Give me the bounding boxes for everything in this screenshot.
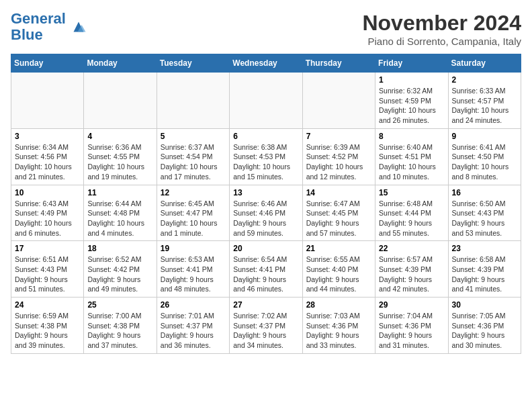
day-info: Sunrise: 6:41 AM Sunset: 4:50 PM Dayligh… (452, 142, 517, 182)
weekday-header-friday: Friday (375, 54, 448, 73)
calendar-cell: 16Sunrise: 6:50 AM Sunset: 4:43 PM Dayli… (448, 185, 521, 241)
day-number: 15 (379, 188, 444, 197)
day-info: Sunrise: 6:47 AM Sunset: 4:45 PM Dayligh… (306, 199, 371, 238)
calendar-cell: 24Sunrise: 6:59 AM Sunset: 4:38 PM Dayli… (11, 298, 84, 354)
day-number: 3 (15, 132, 80, 141)
calendar-cell: 20Sunrise: 6:54 AM Sunset: 4:41 PM Dayli… (230, 241, 302, 298)
day-info: Sunrise: 6:36 AM Sunset: 4:55 PM Dayligh… (87, 142, 152, 182)
weekday-header-row: SundayMondayTuesdayWednesdayThursdayFrid… (11, 54, 521, 73)
calendar-table: SundayMondayTuesdayWednesdayThursdayFrid… (11, 54, 521, 354)
day-number: 20 (233, 244, 298, 253)
day-number: 23 (452, 244, 517, 253)
calendar-cell: 7Sunrise: 6:39 AM Sunset: 4:52 PM Daylig… (302, 128, 375, 185)
calendar-cell: 2Sunrise: 6:33 AM Sunset: 4:57 PM Daylig… (448, 73, 521, 129)
day-info: Sunrise: 6:40 AM Sunset: 4:51 PM Dayligh… (379, 142, 444, 182)
location-title: Piano di Sorrento, Campania, Italy (362, 36, 521, 47)
weekday-header-saturday: Saturday (448, 54, 521, 73)
day-number: 30 (452, 300, 517, 310)
day-number: 10 (15, 188, 80, 197)
day-number: 8 (379, 132, 444, 141)
calendar-cell: 17Sunrise: 6:51 AM Sunset: 4:43 PM Dayli… (11, 241, 84, 298)
day-info: Sunrise: 7:05 AM Sunset: 4:36 PM Dayligh… (452, 311, 517, 351)
day-number: 26 (161, 300, 226, 310)
day-number: 28 (306, 300, 371, 310)
day-info: Sunrise: 6:34 AM Sunset: 4:56 PM Dayligh… (15, 142, 80, 182)
day-info: Sunrise: 6:53 AM Sunset: 4:41 PM Dayligh… (161, 255, 226, 294)
day-info: Sunrise: 6:54 AM Sunset: 4:41 PM Dayligh… (233, 255, 298, 294)
day-number: 19 (161, 244, 226, 253)
day-info: Sunrise: 6:33 AM Sunset: 4:57 PM Dayligh… (452, 86, 517, 126)
day-info: Sunrise: 6:46 AM Sunset: 4:46 PM Dayligh… (233, 199, 298, 238)
day-info: Sunrise: 6:39 AM Sunset: 4:52 PM Dayligh… (306, 142, 371, 182)
day-info: Sunrise: 7:04 AM Sunset: 4:36 PM Dayligh… (379, 311, 444, 351)
day-number: 24 (15, 300, 80, 310)
day-number: 9 (452, 132, 517, 141)
day-number: 5 (161, 132, 226, 141)
day-info: Sunrise: 7:03 AM Sunset: 4:36 PM Dayligh… (306, 311, 371, 351)
day-info: Sunrise: 6:45 AM Sunset: 4:47 PM Dayligh… (161, 199, 226, 238)
calendar-cell: 27Sunrise: 7:02 AM Sunset: 4:37 PM Dayli… (230, 298, 302, 354)
day-info: Sunrise: 6:37 AM Sunset: 4:54 PM Dayligh… (161, 142, 226, 182)
calendar-cell: 30Sunrise: 7:05 AM Sunset: 4:36 PM Dayli… (448, 298, 521, 354)
day-number: 25 (87, 300, 152, 310)
calendar-cell: 19Sunrise: 6:53 AM Sunset: 4:41 PM Dayli… (157, 241, 229, 298)
day-number: 11 (87, 188, 152, 197)
calendar-cell: 12Sunrise: 6:45 AM Sunset: 4:47 PM Dayli… (157, 185, 229, 241)
day-info: Sunrise: 6:43 AM Sunset: 4:49 PM Dayligh… (15, 199, 80, 238)
calendar-cell: 23Sunrise: 6:58 AM Sunset: 4:39 PM Dayli… (448, 241, 521, 298)
calendar-week-0: 1Sunrise: 6:32 AM Sunset: 4:59 PM Daylig… (11, 73, 521, 129)
calendar-cell (157, 73, 229, 129)
calendar-cell: 26Sunrise: 7:01 AM Sunset: 4:37 PM Dayli… (157, 298, 229, 354)
calendar-cell: 18Sunrise: 6:52 AM Sunset: 4:42 PM Dayli… (84, 241, 157, 298)
calendar-cell: 3Sunrise: 6:34 AM Sunset: 4:56 PM Daylig… (11, 128, 84, 185)
day-number: 2 (452, 75, 517, 85)
calendar-cell: 14Sunrise: 6:47 AM Sunset: 4:45 PM Dayli… (302, 185, 375, 241)
day-number: 12 (161, 188, 226, 197)
calendar-week-2: 10Sunrise: 6:43 AM Sunset: 4:49 PM Dayli… (11, 185, 521, 241)
day-info: Sunrise: 7:01 AM Sunset: 4:37 PM Dayligh… (161, 311, 226, 351)
logo-icon (69, 17, 89, 37)
day-number: 22 (379, 244, 444, 253)
calendar-cell: 6Sunrise: 6:38 AM Sunset: 4:53 PM Daylig… (230, 128, 302, 185)
day-info: Sunrise: 6:59 AM Sunset: 4:38 PM Dayligh… (15, 311, 80, 351)
day-info: Sunrise: 6:38 AM Sunset: 4:53 PM Dayligh… (233, 142, 298, 182)
day-number: 6 (233, 132, 298, 141)
calendar-cell: 15Sunrise: 6:48 AM Sunset: 4:44 PM Dayli… (375, 185, 448, 241)
calendar-cell (11, 73, 84, 129)
day-info: Sunrise: 6:55 AM Sunset: 4:40 PM Dayligh… (306, 255, 371, 294)
logo-text: General Blue (11, 11, 66, 43)
day-info: Sunrise: 6:57 AM Sunset: 4:39 PM Dayligh… (379, 255, 444, 294)
calendar-cell: 4Sunrise: 6:36 AM Sunset: 4:55 PM Daylig… (84, 128, 157, 185)
title-area: November 2024 Piano di Sorrento, Campani… (362, 11, 521, 47)
calendar-week-3: 17Sunrise: 6:51 AM Sunset: 4:43 PM Dayli… (11, 241, 521, 298)
day-number: 7 (306, 132, 371, 141)
calendar-cell: 9Sunrise: 6:41 AM Sunset: 4:50 PM Daylig… (448, 128, 521, 185)
weekday-header-wednesday: Wednesday (230, 54, 302, 73)
calendar-cell: 8Sunrise: 6:40 AM Sunset: 4:51 PM Daylig… (375, 128, 448, 185)
header: General Blue November 2024 Piano di Sorr… (11, 11, 521, 47)
calendar-week-1: 3Sunrise: 6:34 AM Sunset: 4:56 PM Daylig… (11, 128, 521, 185)
calendar-cell: 5Sunrise: 6:37 AM Sunset: 4:54 PM Daylig… (157, 128, 229, 185)
day-number: 14 (306, 188, 371, 197)
day-info: Sunrise: 6:58 AM Sunset: 4:39 PM Dayligh… (452, 255, 517, 294)
day-info: Sunrise: 6:32 AM Sunset: 4:59 PM Dayligh… (379, 86, 444, 126)
calendar-cell: 11Sunrise: 6:44 AM Sunset: 4:48 PM Dayli… (84, 185, 157, 241)
day-number: 13 (233, 188, 298, 197)
day-number: 16 (452, 188, 517, 197)
day-number: 21 (306, 244, 371, 253)
day-number: 27 (233, 300, 298, 310)
calendar-cell: 13Sunrise: 6:46 AM Sunset: 4:46 PM Dayli… (230, 185, 302, 241)
calendar-cell (230, 73, 302, 129)
calendar-body: 1Sunrise: 6:32 AM Sunset: 4:59 PM Daylig… (11, 73, 521, 354)
day-info: Sunrise: 6:52 AM Sunset: 4:42 PM Dayligh… (87, 255, 152, 294)
weekday-header-thursday: Thursday (302, 54, 375, 73)
logo-line2: Blue (11, 26, 43, 43)
day-number: 4 (87, 132, 152, 141)
weekday-header-monday: Monday (84, 54, 157, 73)
day-info: Sunrise: 7:00 AM Sunset: 4:38 PM Dayligh… (87, 311, 152, 351)
calendar-week-4: 24Sunrise: 6:59 AM Sunset: 4:38 PM Dayli… (11, 298, 521, 354)
calendar-cell (302, 73, 375, 129)
calendar-cell (84, 73, 157, 129)
logo: General Blue (11, 11, 89, 43)
month-title: November 2024 (362, 11, 521, 36)
